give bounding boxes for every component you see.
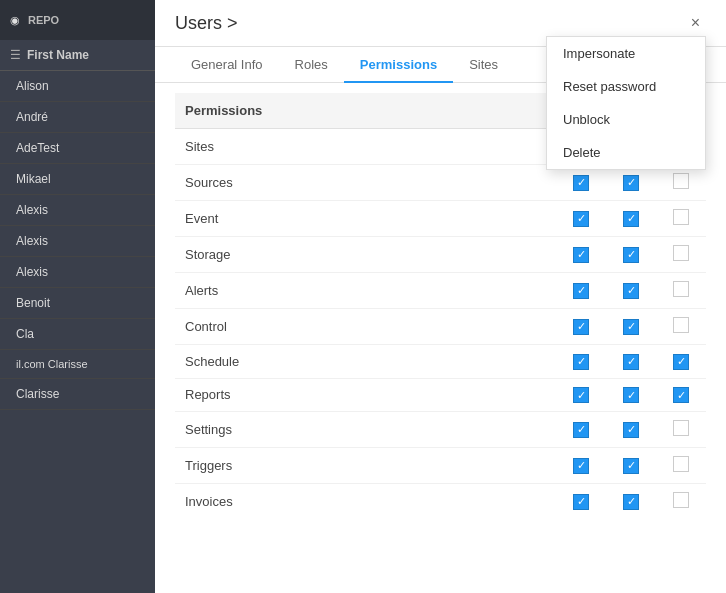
checkbox-checked[interactable]: ✓ — [573, 354, 589, 370]
perm-row-name: Settings — [175, 412, 556, 448]
perm-checkbox-col2[interactable]: ✓ — [606, 201, 656, 237]
dropdown-item-reset-password[interactable]: Reset password — [547, 70, 705, 103]
perm-row-name: Event — [175, 201, 556, 237]
perm-checkbox-col3[interactable] — [656, 237, 706, 273]
perm-row-name: Alerts — [175, 273, 556, 309]
sidebar-user-item[interactable]: Mikael — [0, 164, 155, 195]
sidebar-column-header: First Name — [27, 48, 89, 62]
table-row: Settings✓✓ — [175, 412, 706, 448]
sidebar-report-label: REPO — [28, 14, 59, 26]
checkbox-unchecked[interactable] — [673, 245, 689, 261]
perm-checkbox-col1[interactable]: ✓ — [556, 484, 606, 520]
perm-checkbox-col2[interactable]: ✓ — [606, 237, 656, 273]
checkbox-checked[interactable]: ✓ — [623, 319, 639, 335]
perm-checkbox-col3[interactable] — [656, 448, 706, 484]
perm-checkbox-col2[interactable]: ✓ — [606, 448, 656, 484]
perm-checkbox-col3[interactable] — [656, 412, 706, 448]
perm-row-name: Reports — [175, 378, 556, 412]
checkbox-unchecked[interactable] — [673, 456, 689, 472]
checkbox-unchecked[interactable] — [673, 492, 689, 508]
checkbox-unchecked[interactable] — [673, 209, 689, 225]
sidebar-user-item[interactable]: Benoit — [0, 288, 155, 319]
perm-checkbox-col1[interactable]: ✓ — [556, 378, 606, 412]
checkbox-checked[interactable]: ✓ — [623, 494, 639, 510]
sidebar-user-item[interactable]: il.com Clarisse — [0, 350, 155, 379]
perm-checkbox-col2[interactable]: ✓ — [606, 412, 656, 448]
perm-checkbox-col1[interactable]: ✓ — [556, 237, 606, 273]
user-list: AlisonAndréAdeTestMikaelAlexisAlexisAlex… — [0, 71, 155, 410]
sidebar-user-item[interactable]: Alexis — [0, 226, 155, 257]
checkbox-checked[interactable]: ✓ — [573, 211, 589, 227]
tab-general-info[interactable]: General Info — [175, 47, 279, 82]
tab-permissions[interactable]: Permissions — [344, 47, 453, 82]
sidebar-user-item[interactable]: AdeTest — [0, 133, 155, 164]
checkbox-checked[interactable]: ✓ — [623, 247, 639, 263]
perm-row-name: Schedule — [175, 345, 556, 379]
sidebar-user-item[interactable]: Alison — [0, 71, 155, 102]
checkbox-unchecked[interactable] — [673, 317, 689, 333]
modal-title: Users > — [175, 13, 238, 34]
sidebar-user-item[interactable]: André — [0, 102, 155, 133]
perm-checkbox-col1[interactable]: ✓ — [556, 309, 606, 345]
checkbox-checked[interactable]: ✓ — [573, 494, 589, 510]
perm-checkbox-col3[interactable]: ✓ — [656, 345, 706, 379]
checkbox-unchecked[interactable] — [673, 420, 689, 436]
table-row: Schedule✓✓✓ — [175, 345, 706, 379]
perm-checkbox-col1[interactable]: ✓ — [556, 412, 606, 448]
tab-sites[interactable]: Sites — [453, 47, 514, 82]
checkbox-checked[interactable]: ✓ — [573, 175, 589, 191]
perm-checkbox-col3[interactable] — [656, 273, 706, 309]
dropdown-menu: ImpersonateReset passwordUnblockDelete — [546, 36, 706, 170]
checkbox-checked[interactable]: ✓ — [573, 319, 589, 335]
perm-checkbox-col1[interactable]: ✓ — [556, 273, 606, 309]
perm-checkbox-col2[interactable]: ✓ — [606, 309, 656, 345]
sidebar-user-item[interactable]: Alexis — [0, 257, 155, 288]
dropdown-item-impersonate[interactable]: Impersonate — [547, 37, 705, 70]
table-row: Event✓✓ — [175, 201, 706, 237]
checkbox-checked[interactable]: ✓ — [623, 458, 639, 474]
perm-checkbox-col2[interactable]: ✓ — [606, 484, 656, 520]
perm-checkbox-col3[interactable]: ✓ — [656, 378, 706, 412]
checkbox-unchecked[interactable] — [673, 173, 689, 189]
checkbox-checked[interactable]: ✓ — [573, 387, 589, 403]
table-row: Control✓✓ — [175, 309, 706, 345]
dropdown-item-unblock[interactable]: Unblock — [547, 103, 705, 136]
perm-checkbox-col3[interactable] — [656, 201, 706, 237]
sidebar-user-item[interactable]: Clarisse — [0, 379, 155, 410]
perm-checkbox-col2[interactable]: ✓ — [606, 273, 656, 309]
checkbox-checked[interactable]: ✓ — [623, 175, 639, 191]
perm-row-name: Control — [175, 309, 556, 345]
table-row: Triggers✓✓ — [175, 448, 706, 484]
dropdown-item-delete[interactable]: Delete — [547, 136, 705, 169]
checkbox-checked[interactable]: ✓ — [573, 422, 589, 438]
modal-close-button[interactable]: × — [685, 12, 706, 34]
checkbox-checked[interactable]: ✓ — [573, 247, 589, 263]
tab-roles[interactable]: Roles — [279, 47, 344, 82]
checkbox-checked[interactable]: ✓ — [673, 354, 689, 370]
checkbox-unchecked[interactable] — [673, 281, 689, 297]
checkbox-checked[interactable]: ✓ — [623, 283, 639, 299]
sidebar-filter-bar: ☰ First Name — [0, 40, 155, 71]
perm-checkbox-col2[interactable]: ✓ — [606, 345, 656, 379]
perm-row-name: Sites — [175, 129, 556, 165]
sidebar-user-item[interactable]: Cla — [0, 319, 155, 350]
perm-checkbox-col2[interactable]: ✓ — [606, 378, 656, 412]
checkbox-checked[interactable]: ✓ — [673, 387, 689, 403]
checkbox-checked[interactable]: ✓ — [623, 422, 639, 438]
checkbox-checked[interactable]: ✓ — [623, 387, 639, 403]
perm-checkbox-col3[interactable] — [656, 309, 706, 345]
checkbox-checked[interactable]: ✓ — [623, 211, 639, 227]
sidebar: ◉ REPO ☰ First Name AlisonAndréAdeTestMi… — [0, 0, 155, 593]
perm-checkbox-col1[interactable]: ✓ — [556, 448, 606, 484]
sidebar-top-bar: ◉ REPO — [0, 0, 155, 40]
sidebar-user-item[interactable]: Alexis — [0, 195, 155, 226]
perm-checkbox-col3[interactable] — [656, 484, 706, 520]
table-row: Alerts✓✓ — [175, 273, 706, 309]
perm-checkbox-col1[interactable]: ✓ — [556, 345, 606, 379]
checkbox-checked[interactable]: ✓ — [573, 283, 589, 299]
checkbox-checked[interactable]: ✓ — [623, 354, 639, 370]
filter-icon: ☰ — [10, 48, 21, 62]
checkbox-checked[interactable]: ✓ — [573, 458, 589, 474]
perm-checkbox-col1[interactable]: ✓ — [556, 201, 606, 237]
perm-row-name: Sources — [175, 165, 556, 201]
